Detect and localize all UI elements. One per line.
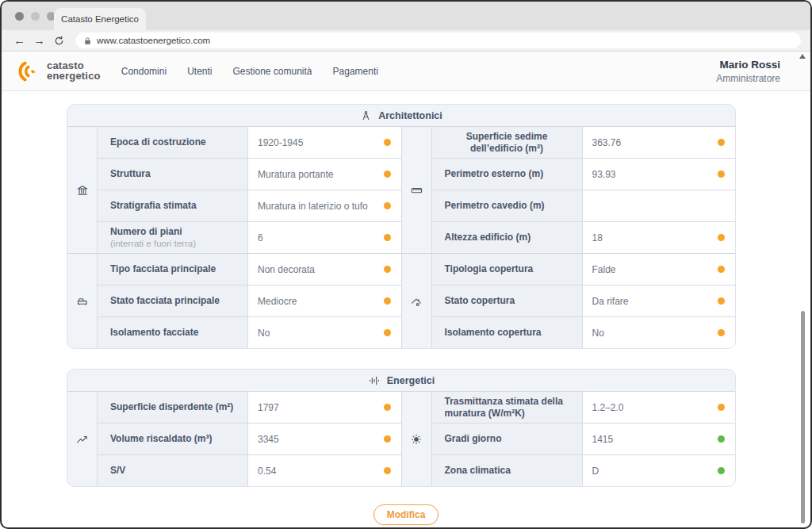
reload-icon[interactable] <box>49 32 69 49</box>
row-value: 93.93 <box>592 169 616 180</box>
row-value-cell: 1797 <box>248 392 401 423</box>
row-value-cell: 93.93 <box>583 159 736 190</box>
section-title: Architettonici <box>378 110 442 121</box>
row-label-cell: Stratigrafia stimata <box>98 190 248 221</box>
row-value-cell: 6 <box>248 222 401 253</box>
row-label: Stratigrafia stimata <box>110 200 239 212</box>
row-label-cell: Volume riscaldato (m³) <box>98 424 248 454</box>
status-dot <box>718 329 725 336</box>
row-sublabel: (interrati e fuori terra) <box>110 238 239 249</box>
lock-icon <box>83 36 92 45</box>
back-icon[interactable]: ← <box>10 32 29 49</box>
row-value: 1920-1945 <box>258 137 303 148</box>
row-label-cell: Isolamento facciate <box>98 317 248 348</box>
status-dot <box>718 467 725 474</box>
status-dot <box>384 202 391 209</box>
row-value-cell: Da rifare <box>583 286 736 316</box>
section-architettonici: ArchitettoniciEpoca di costruzione1920-1… <box>67 104 736 349</box>
row-value-cell: Non decorata <box>248 254 401 285</box>
nav-item-gestione-comunit-[interactable]: Gestione comunità <box>232 66 312 77</box>
row-value: Muratura in laterizio o tufo <box>258 201 368 212</box>
address-bar[interactable]: www.catastoenergetico.com <box>75 33 801 48</box>
row-group: Trasmittanza stimata della muratura (W/m… <box>402 392 736 486</box>
table-row: Superficie disperdente (m²)1797 <box>98 392 401 423</box>
row-value: 3345 <box>258 434 279 445</box>
row-value: Muratura portante <box>258 169 333 180</box>
row-value-cell: 363.76 <box>583 127 736 158</box>
status-dot <box>384 435 391 443</box>
row-label-cell: Gradi giorno <box>432 424 583 454</box>
browser-titlebar: Catasto Energetico <box>2 2 810 30</box>
row-label-cell: Altezza edificio (m) <box>432 222 583 253</box>
row-value-cell: No <box>248 317 401 348</box>
group-icon-cell <box>402 127 432 253</box>
nav-item-utenti[interactable]: Utenti <box>187 66 212 77</box>
row-label-cell: Zona climatica <box>432 455 583 486</box>
tab-title: Catasto Energetico <box>61 14 139 24</box>
row-group: Tipo facciata principaleNon decorataStat… <box>67 253 401 348</box>
catasto-energetico-logo-icon <box>13 57 43 86</box>
browser-toolbar: ← → www.catastoenergetico.com <box>2 30 810 52</box>
table-row: Trasmittanza stimata della muratura (W/m… <box>432 392 736 423</box>
status-dot <box>384 139 391 146</box>
row-label: Tipologia copertura <box>445 263 574 275</box>
nav-item-pagamenti[interactable]: Pagamenti <box>333 66 378 77</box>
status-dot <box>718 266 725 273</box>
row-value: 1415 <box>592 434 614 445</box>
row-label-cell: Trasmittanza stimata della muratura (W/m… <box>432 392 583 423</box>
row-label: Gradi giorno <box>445 433 574 445</box>
browser-tab[interactable]: Catasto Energetico <box>54 8 146 30</box>
status-dot <box>384 234 391 241</box>
section-header-architettonici: Architettonici <box>67 105 735 127</box>
row-label: Altezza edificio (m) <box>445 232 574 243</box>
app-logo[interactable]: catasto energetico <box>13 57 101 86</box>
column-left: Superficie disperdente (m²)1797Volume ri… <box>67 392 401 486</box>
row-value: D <box>592 466 599 477</box>
minimize-window-icon[interactable] <box>31 12 40 21</box>
row-label-cell: Tipologia copertura <box>432 254 583 285</box>
column-left: Epoca di costruzione1920-1945StrutturaMu… <box>67 127 401 348</box>
app-header: catasto energetico CondominiUtentiGestio… <box>2 52 810 91</box>
row-value: 6 <box>258 232 263 243</box>
bank-icon <box>76 184 89 197</box>
close-window-icon[interactable] <box>15 12 24 21</box>
column-right: Trasmittanza stimata della muratura (W/m… <box>401 392 736 486</box>
row-label: Struttura <box>110 168 239 180</box>
window-controls <box>15 12 56 21</box>
scrollbar-thumb[interactable] <box>801 311 805 523</box>
scroll-up-arrow-icon[interactable] <box>799 54 806 59</box>
nav-item-condomini[interactable]: Condomini <box>121 66 167 77</box>
row-label: Perimetro esterno (m) <box>445 168 574 180</box>
row-value-cell: Falde <box>583 254 736 285</box>
status-dot <box>718 404 725 411</box>
row-value: Mediocre <box>258 296 297 307</box>
edit-button[interactable]: Modifica <box>373 504 439 525</box>
table-row: Numero di piani(interrati e fuori terra)… <box>98 221 401 253</box>
row-value: 1.2–2.0 <box>592 402 624 413</box>
forward-icon[interactable]: → <box>29 32 49 49</box>
row-label: Tipo facciata principale <box>110 263 239 275</box>
row-label-cell: Perimetro cavedio (m) <box>432 190 583 221</box>
row-label: Isolamento copertura <box>445 327 574 339</box>
row-value-cell: 1415 <box>583 424 736 454</box>
row-group: Tipologia coperturaFaldeStato coperturaD… <box>402 253 736 348</box>
status-dot <box>384 329 391 336</box>
cards: ArchitettoniciEpoca di costruzione1920-1… <box>2 104 810 487</box>
group-icon-cell <box>67 392 98 486</box>
row-value-cell: D <box>583 455 736 486</box>
row-value: 0.54 <box>258 466 276 477</box>
row-value: No <box>592 328 604 339</box>
row-label-cell: Tipo facciata principale <box>98 254 248 285</box>
table-row: Tipologia coperturaFalde <box>432 254 736 285</box>
row-value-cell: Muratura in laterizio o tufo <box>248 190 401 221</box>
row-value-cell <box>583 190 736 221</box>
row-label-cell: Perimetro esterno (m) <box>432 159 583 190</box>
table-row: Isolamento coperturaNo <box>432 316 736 348</box>
table-row: Zona climaticaD <box>432 454 736 486</box>
row-value-cell: 1920-1945 <box>248 127 401 158</box>
row-label: Perimetro cavedio (m) <box>445 200 574 212</box>
table-row: Stratigrafia stimataMuratura in laterizi… <box>98 190 401 221</box>
group-icon-cell <box>67 254 98 348</box>
user-menu[interactable]: Mario Rossi Amministratore <box>716 59 780 84</box>
table-row: Gradi giorno1415 <box>432 423 736 454</box>
